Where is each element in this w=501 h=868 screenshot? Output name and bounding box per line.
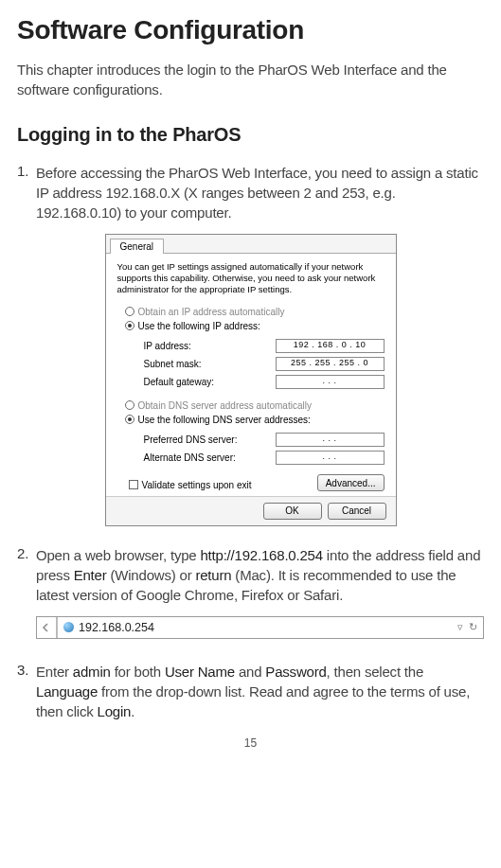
browser-address-bar: 192.168.0.254 ▿ ↻ [36, 616, 484, 639]
alternate-dns-label: Alternate DNS server: [144, 452, 236, 463]
alternate-dns-input[interactable]: . . . [276, 451, 385, 465]
globe-icon [63, 622, 74, 632]
default-gateway-label: Default gateway: [144, 377, 215, 387]
ip-address-label: IP address: [144, 341, 191, 351]
step-2: 2. Open a web browser, type http://192.1… [17, 545, 484, 605]
radio-icon [125, 400, 134, 410]
reload-icon[interactable]: ↻ [469, 621, 477, 633]
preferred-dns-input[interactable]: . . . [276, 433, 385, 447]
ip-address-input[interactable]: 192 . 168 . 0 . 10 [276, 339, 385, 353]
validate-checkbox-row[interactable]: Validate settings upon exit [129, 480, 252, 490]
step-2-text: Open a web browser, type http://192.168.… [36, 545, 484, 605]
page-title: Software Configuration [17, 15, 484, 45]
step-2-num: 2. [17, 545, 36, 605]
tab-general[interactable]: General [110, 239, 165, 254]
section-heading: Logging in to the PharOS [17, 124, 484, 146]
radio-use-ip-label: Use the following IP address: [138, 321, 260, 331]
radio-icon [125, 307, 134, 316]
radio-obtain-ip-label: Obtain an IP address automatically [138, 307, 285, 317]
radio-obtain-dns-label: Obtain DNS server address automatically [138, 400, 312, 411]
dialog-tabs: General [106, 235, 396, 254]
intro-text: This chapter introduces the login to the… [17, 60, 484, 99]
checkbox-icon [129, 480, 138, 489]
radio-icon [125, 321, 134, 330]
arrow-left-icon [42, 623, 51, 632]
cancel-button[interactable]: Cancel [328, 503, 386, 520]
radio-obtain-ip[interactable]: Obtain an IP address automatically [125, 305, 385, 319]
radio-use-dns[interactable]: Use the following DNS server addresses: [125, 413, 385, 427]
address-url[interactable]: 192.168.0.254 [79, 621, 457, 634]
step-3: 3. Enter admin for both User Name and Pa… [17, 662, 484, 721]
dropdown-icon[interactable]: ▿ [457, 621, 463, 633]
step-3-num: 3. [17, 662, 36, 721]
step-1-num: 1. [17, 163, 36, 222]
radio-use-dns-label: Use the following DNS server addresses: [138, 415, 311, 425]
step-1-text: Before accessing the PharOS Web Interfac… [36, 163, 484, 222]
subnet-mask-label: Subnet mask: [144, 359, 202, 369]
step-1: 1. Before accessing the PharOS Web Inter… [17, 163, 484, 222]
ipv4-properties-dialog: General You can get IP settings assigned… [105, 234, 397, 526]
radio-use-ip[interactable]: Use the following IP address: [125, 319, 385, 333]
radio-icon [125, 415, 134, 424]
preferred-dns-label: Preferred DNS server: [144, 434, 238, 445]
subnet-mask-input[interactable]: 255 . 255 . 255 . 0 [276, 357, 385, 371]
page-number: 15 [17, 736, 484, 750]
advanced-button[interactable]: Advanced... [317, 474, 385, 491]
default-gateway-input[interactable]: . . . [276, 375, 385, 389]
step-3-text: Enter admin for both User Name and Passw… [36, 662, 484, 721]
radio-obtain-dns[interactable]: Obtain DNS server address automatically [125, 399, 385, 413]
back-button[interactable] [37, 617, 58, 638]
dialog-hint: You can get IP settings assigned automat… [117, 261, 385, 295]
ok-button[interactable]: OK [263, 503, 322, 520]
validate-label: Validate settings upon exit [142, 480, 252, 490]
